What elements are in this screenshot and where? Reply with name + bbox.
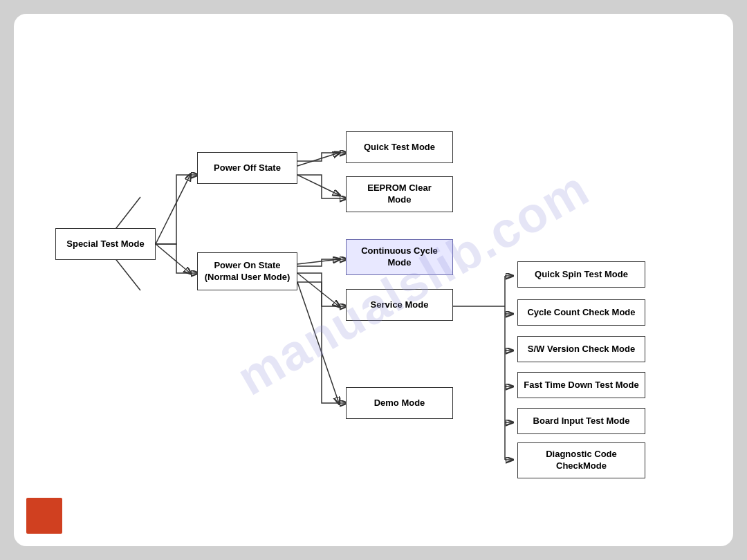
node-special-test-mode: Special Test Mode: [55, 228, 156, 260]
node-demo-mode: Demo Mode: [346, 387, 453, 419]
orange-box: [26, 498, 62, 534]
svg-line-3: [297, 175, 339, 195]
node-power-on-state: Power On State(Normal User Mode): [197, 252, 297, 290]
node-service-mode: Service Mode: [346, 289, 453, 321]
svg-line-1: [156, 244, 190, 273]
svg-line-5: [297, 273, 339, 306]
node-continuous-cycle-mode: Continuous CycleMode: [346, 239, 453, 275]
node-eeprom-clear-mode: EEPROM ClearMode: [346, 176, 453, 212]
node-fast-time-down-test-mode: Fast Time Down Test Mode: [517, 372, 645, 398]
svg-line-2: [297, 153, 339, 166]
page: Special Test Mode Power Off State Power …: [14, 14, 733, 546]
diagram-area: Special Test Mode Power Off State Power …: [14, 14, 733, 546]
node-board-input-test-mode: Board Input Test Mode: [517, 408, 645, 434]
node-quick-spin-test-mode: Quick Spin Test Mode: [517, 261, 645, 288]
node-diagnostic-code-checkmode: Diagnostic CodeCheckMode: [517, 442, 645, 478]
svg-line-6: [297, 282, 339, 403]
node-power-off-state: Power Off State: [197, 152, 297, 184]
svg-line-0: [156, 175, 190, 244]
node-cycle-count-check-mode: Cycle Count Check Mode: [517, 299, 645, 326]
svg-line-4: [297, 259, 339, 264]
node-quick-test-mode: Quick Test Mode: [346, 131, 453, 163]
node-sw-version-check-mode: S/W Version Check Mode: [517, 336, 645, 362]
